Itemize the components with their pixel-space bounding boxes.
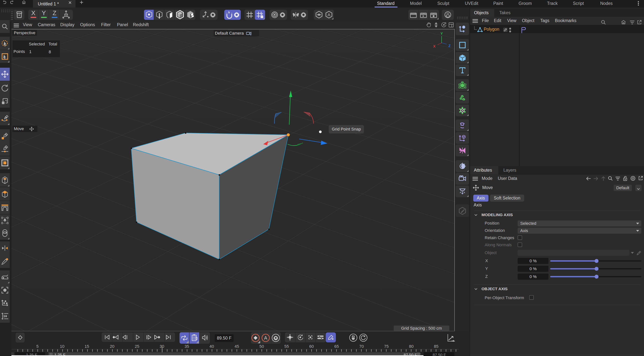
svg-text:50: 50 xyxy=(260,344,264,349)
svg-text:Z: Z xyxy=(448,44,450,48)
svg-text:20: 20 xyxy=(110,344,114,349)
svg-text:5: 5 xyxy=(36,344,38,349)
svg-text:70: 70 xyxy=(359,344,364,349)
svg-text:45: 45 xyxy=(234,344,239,349)
svg-text:85: 85 xyxy=(434,344,438,349)
svg-text:A: A xyxy=(328,12,330,17)
svg-text:10: 10 xyxy=(60,344,64,349)
svg-text:15: 15 xyxy=(84,344,89,349)
svg-text:55: 55 xyxy=(284,344,289,349)
svg-text:65: 65 xyxy=(334,344,339,349)
svg-text:60: 60 xyxy=(309,344,314,349)
svg-text:25: 25 xyxy=(135,344,139,349)
svg-text:40: 40 xyxy=(210,344,214,349)
svg-text:A: A xyxy=(264,335,267,341)
svg-text:75: 75 xyxy=(384,344,389,349)
svg-text:80: 80 xyxy=(409,344,414,349)
svg-text:35: 35 xyxy=(184,344,189,349)
svg-text:Y: Y xyxy=(440,32,443,35)
svg-text:X: X xyxy=(433,44,436,48)
